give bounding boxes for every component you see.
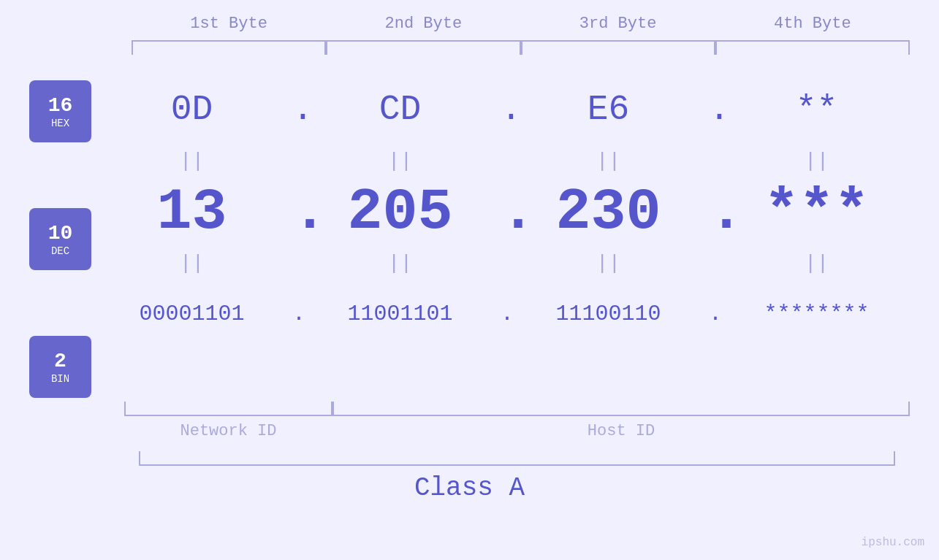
hex-dot-2: . [501,90,508,129]
dec-cell-4: *** [716,179,917,245]
bin-badge-number: 2 [54,349,66,374]
dec-dot-3: . [709,179,716,245]
bin-dot-3: . [709,302,716,326]
equals-1: || [91,150,292,172]
byte-header-3: 3rd Byte [521,15,715,33]
dec-dot-1: . [292,179,300,245]
hex-cell-4: ** [716,90,917,129]
main-container: 1st Byte 2nd Byte 3rd Byte 4th Byte 16 H… [0,0,939,560]
badge-spacer-2 [29,270,91,336]
top-bracket-2 [326,40,520,55]
bottom-brackets-row [124,402,910,416]
bin-value-3: 11100110 [555,302,661,326]
equals-6: || [300,252,501,275]
top-bracket-1 [132,40,326,55]
hex-dot-3: . [709,90,716,129]
bin-badge-label: BIN [51,373,69,385]
dec-cell-1: 13 [91,179,292,245]
byte-header-2: 2nd Byte [326,15,520,33]
badges-column: 16 HEX 10 DEC 2 BIN [29,77,91,398]
hex-cell-1: 0D [91,90,292,129]
dec-value-3: 230 [555,179,661,245]
bin-dot-1: . [292,302,300,326]
hex-cell-2: CD [300,90,501,129]
hex-value-3: E6 [588,90,630,129]
bin-cell-4: ******** [716,302,917,326]
equals-2: || [300,150,501,172]
data-rows-column: 0D . CD . E6 . ** || || [91,77,917,347]
bin-cell-3: 11100110 [508,302,709,326]
hex-dot-1: . [292,90,300,129]
top-brackets [29,40,910,55]
id-labels-row: Network ID Host ID [124,422,910,440]
bin-dot-2: . [501,302,508,326]
equals-row-2: || || || || [91,245,917,281]
bin-cell-1: 00001101 [91,302,292,326]
hex-row: 0D . CD . E6 . ** [91,77,917,142]
bin-badge: 2 BIN [29,336,91,398]
dec-value-2: 205 [347,179,452,245]
top-bracket-3 [521,40,715,55]
hex-badge-label: HEX [51,118,69,129]
equals-5: || [91,252,292,275]
hex-cell-3: E6 [508,90,709,129]
badge-spacer-1 [29,142,91,208]
hex-value-2: CD [379,90,422,129]
byte-header-1: 1st Byte [132,15,326,33]
dec-value-4: *** [764,179,869,245]
bin-row: 00001101 . 11001101 . 11100110 . *******… [91,281,917,347]
equals-3: || [508,150,709,172]
watermark: ipshu.com [862,536,924,549]
hex-badge-number: 16 [48,93,73,118]
host-id-label: Host ID [332,422,910,440]
dec-cell-2: 205 [300,179,501,245]
network-id-label: Network ID [124,422,332,440]
byte-header-4: 4th Byte [715,15,910,33]
host-bracket [332,402,910,416]
dec-dot-2: . [501,179,508,245]
hex-value-1: 0D [171,90,213,129]
top-bracket-4 [715,40,910,55]
dec-row: 13 . 205 . 230 . *** [91,179,917,245]
bin-value-1: 00001101 [139,302,244,326]
dec-value-1: 13 [156,179,227,245]
hex-badge: 16 HEX [29,80,91,142]
bottom-section: Network ID Host ID [29,402,910,440]
dec-cell-3: 230 [508,179,709,245]
dec-badge-label: DEC [51,245,69,257]
equals-7: || [508,252,709,275]
equals-4: || [716,150,917,172]
byte-headers-row: 1st Byte 2nd Byte 3rd Byte 4th Byte [29,15,910,33]
class-bracket [139,451,895,466]
main-content-area: 16 HEX 10 DEC 2 BIN 0D . [29,77,910,398]
dec-badge: 10 DEC [29,208,91,270]
bin-cell-2: 11001101 [300,302,501,326]
bin-value-4: ******** [764,302,869,326]
class-label: Class A [29,473,910,503]
hex-value-4: ** [796,90,838,129]
equals-row-1: || || || || [91,142,917,179]
bin-value-2: 11001101 [347,302,452,326]
network-bracket [124,402,332,416]
dec-badge-number: 10 [48,221,73,246]
equals-8: || [716,252,917,275]
